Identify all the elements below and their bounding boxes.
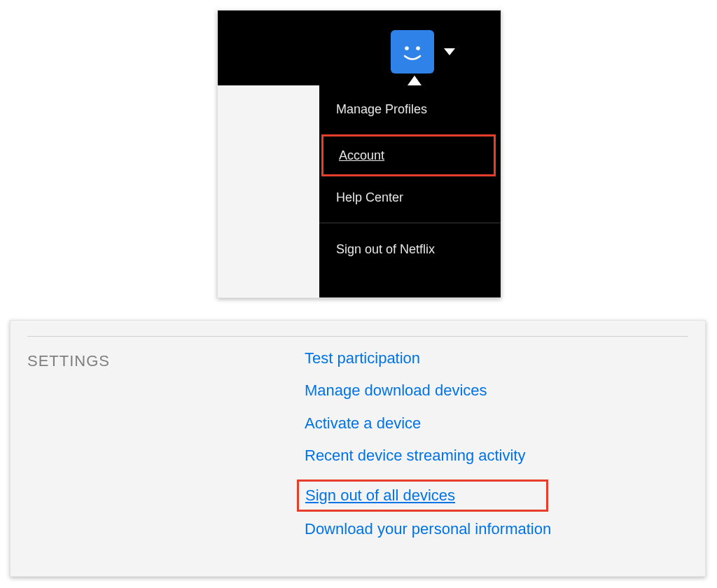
header-bar	[218, 10, 501, 85]
profile-dropdown-card: Manage Profiles Account Help Center Sign…	[217, 10, 501, 298]
profile-avatar[interactable]	[391, 30, 434, 74]
settings-links-column: Test participation Manage download devic…	[305, 349, 688, 552]
link-recent-activity[interactable]: Recent device streaming activity	[305, 447, 525, 465]
menu-item-account-highlight[interactable]: Account	[321, 134, 496, 176]
menu-item-sign-out[interactable]: Sign out of Netflix	[336, 242, 435, 257]
link-download-personal-info[interactable]: Download your personal information	[305, 520, 551, 538]
settings-top-rule	[27, 336, 688, 337]
caret-up-icon	[408, 76, 422, 85]
caret-down-icon[interactable]	[444, 48, 455, 55]
svg-point-1	[416, 46, 420, 50]
link-manage-download-devices[interactable]: Manage download devices	[305, 382, 487, 400]
menu-item-help-center[interactable]: Help Center	[336, 190, 403, 205]
svg-point-0	[405, 46, 409, 50]
settings-card: SETTINGS Test participation Manage downl…	[10, 320, 706, 577]
menu-item-manage-profiles[interactable]: Manage Profiles	[336, 102, 427, 117]
menu-divider	[319, 223, 501, 223]
sign-out-all-highlight: Sign out of all devices	[297, 479, 548, 512]
link-activate-device[interactable]: Activate a device	[305, 414, 421, 433]
link-test-participation[interactable]: Test participation	[305, 349, 420, 368]
dropdown-side-space	[218, 85, 319, 298]
settings-heading: SETTINGS	[27, 352, 305, 370]
profile-dropdown-menu: Manage Profiles Account Help Center Sign…	[319, 85, 501, 298]
menu-item-account-label: Account	[339, 148, 384, 163]
avatar-smile-icon	[398, 37, 427, 66]
link-sign-out-all[interactable]: Sign out of all devices	[305, 486, 455, 505]
